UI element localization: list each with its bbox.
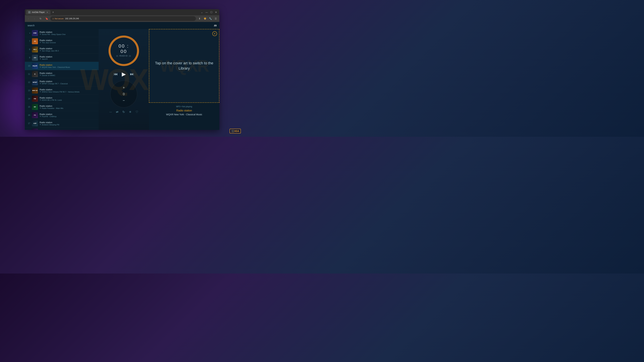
station-thumbnail: ONE [32,30,38,36]
station-thumbnail: FX [32,129,38,130]
tab-area: 🎵 moOde Player ✕ + [26,9,197,15]
item-number: 7 [27,40,30,42]
prev-button[interactable]: ⏮ [114,72,118,76]
cover-art-box[interactable]: ✕ WQXR Tap on the cover art to switch to… [149,29,219,103]
playlist-item[interactable]: 9 J24 Radio station 🎙 Jazz24 ··· [25,54,98,62]
station-info: Radio station 🎙 The Jazz Groove [40,39,92,43]
station-info: Radio station 🎙 Radio Paradise - Main Mi… [40,105,92,109]
item-number: 15 [27,106,30,108]
station-subtitle: 🎙 WWOZ New Orleans FM 90.7 - Various Art… [40,91,92,93]
station-info: Radio station 🎙 Jazz24 [40,55,92,60]
favorite-button[interactable]: ♡ [136,110,138,114]
station-info: Radio station 🎙 San Diego Jazz 88.3 [40,47,92,52]
time-circle: 00 : 00 (( RADIO )) [107,34,140,67]
station-thumbnail: FM [32,96,38,102]
item-number: 14 [27,97,30,100]
playlist-item[interactable]: 17 ASP Radio station 🎙 Ambient Sleeping … [25,119,98,128]
menu-button[interactable]: ☰ [213,16,218,21]
cover-art-panel: ✕ WQXR Tap on the cover art to switch to… [149,29,219,130]
station-name: Radio station [40,72,92,74]
item-number: 10 [27,65,30,67]
format-status: MP3 • Not playing [152,105,217,108]
station-info: Radio station 🎙 KDHX 88.1 FM St. Louis [40,96,92,101]
forward-button[interactable]: › [32,16,37,21]
app-header: search m [25,22,219,29]
station-name: Radio station [40,55,92,58]
item-number: ▾ [27,32,30,34]
brave-icon[interactable]: 🦁 [202,16,207,21]
playlist-item[interactable]: 11 D Radio station 🎙 Davide di MIMIC ··· [25,70,98,78]
crossfade-button[interactable]: ✳ [129,110,132,114]
warning-icon: ⚠ [52,17,54,20]
playlist-item[interactable]: 12 WFMT Radio station 🎙 WFMT Chicago 98.… [25,78,98,86]
tab-close-button[interactable]: ✕ [46,11,48,13]
repeat-button[interactable]: ↻ [122,110,125,114]
playlist-item[interactable]: 14 FM Radio station 🎙 KDHX 88.1 FM St. L… [25,95,98,103]
station-thumbnail: 88.3 [32,46,38,52]
mic-icon: 🎙 [40,107,41,109]
playlist-item[interactable]: 13 WW OZ Radio station 🎙 WWOZ New Orlean… [25,86,98,95]
app-content: search m ▾ ONE Radio station 🎙 Soma FM -… [25,22,219,130]
moode-logo: m [214,24,217,27]
window-minimize-button[interactable]: — [204,10,209,14]
browser-tab-moode[interactable]: 🎵 moOde Player ✕ [26,10,50,14]
time-display: 00 : 00 (( RADIO )) [116,43,132,57]
radio-label: (( RADIO )) [116,55,132,57]
station-subtitle: 🎙 Soma FM - Deep Space One [40,33,92,35]
item-number: 17 [27,122,30,124]
playlist-item[interactable]: 15 RP Radio station 🎙 Radio Paradise - M… [25,103,98,111]
shuffle-button[interactable]: ⇌ [116,110,118,114]
station-info: Radio station 🎙 Soma FM - Deep Space One [40,31,92,35]
mic-icon: 🎙 [40,74,41,76]
mic-icon: 🎙 [40,33,41,35]
station-name: Radio station [40,113,92,115]
station-name: Radio station [40,121,92,124]
station-info: Radio station 🎙 WQXR New York - Classica… [40,64,92,68]
back-button[interactable]: ‹ [26,16,31,21]
station-subtitle: 🎙 Ambient Sleeping Pill [40,124,92,126]
station-info: Radio station 🎙 WFMT Chicago 98.7 - Clas… [40,80,92,85]
playlist-item[interactable]: 8 88.3 Radio station 🎙 San Diego Jazz 88… [25,45,98,54]
station-name: Radio station [40,105,92,107]
refresh-button[interactable]: ↻ [38,16,43,21]
playlist-item[interactable]: 7 JG Radio station 🎙 The Jazz Groove ··· [25,37,98,45]
window-list-button[interactable]: ⌄ [200,10,204,14]
item-number: 12 [27,81,30,83]
station-subtitle: 🎙 San Diego Jazz 88.3 [40,50,92,52]
security-warning: ⚠ Not secure [52,17,64,20]
play-button[interactable]: ▶ [122,71,126,77]
address-bar[interactable]: ⚠ Not secure 192.168.29.246 [50,16,196,21]
item-number: 9 [27,56,30,59]
playlist-item[interactable]: ▾ ONE Radio station 🎙 Soma FM - Deep Spa… [25,29,98,37]
playlist-item[interactable]: 18 FX Radio station 🎙 FluxFM - Yoga Soun… [25,128,98,130]
playlist-item[interactable]: 16 FX Radio station 🎙 FluxFM - ChillHop … [25,111,98,119]
station-info: Radio station 🎙 FluxFM - ChillHop [40,113,92,117]
new-tab-button[interactable]: + [51,10,55,14]
next-button[interactable]: ⏭ [130,72,134,76]
more-button[interactable]: ··· [109,110,112,114]
item-number: 8 [27,48,30,51]
browser-titlebar: 🎵 moOde Player ✕ + ⌄ — ☐ ✕ [25,9,219,15]
bookmark-button[interactable]: 🔖 [44,16,49,21]
window-close-button[interactable]: ✕ [214,10,218,14]
station-name-label: WQXR New York - Classical Music [152,113,217,116]
volume-up-button[interactable]: + [123,86,125,89]
mic-icon: 🎙 [40,83,41,84]
playlist-item[interactable]: 10 WQXR Radio station 🎙 WQXR New York - … [25,62,98,70]
station-thumbnail: JG [32,38,38,44]
cover-close-button[interactable]: ✕ [212,31,217,36]
mic-icon: 🎙 [40,50,41,52]
mic-icon: 🎙 [40,41,41,43]
item-number: 16 [27,114,30,116]
mic-icon: 🎙 [40,115,41,117]
share-button[interactable]: ⬆ [197,16,202,21]
station-subtitle: 🎙 WQXR New York - Classical Music [40,66,92,68]
player-center: WQXR 00 : 00 (( RADIO )) ⏮ ▶ [98,29,149,130]
extensions-button[interactable]: 🔧 [208,16,213,21]
search-label[interactable]: search [28,24,214,27]
browser-window: 🎵 moOde Player ✕ + ⌄ — ☐ ✕ ‹ › ↻ 🔖 ⚠ Not… [25,9,219,130]
playlist-panel[interactable]: ▾ ONE Radio station 🎙 Soma FM - Deep Spa… [25,29,98,130]
volume-down-button[interactable]: − [123,99,125,102]
station-info: Radio station 🎙 FluxFM - Yoga Sounds [40,129,92,130]
window-maximize-button[interactable]: ☐ [209,10,213,14]
